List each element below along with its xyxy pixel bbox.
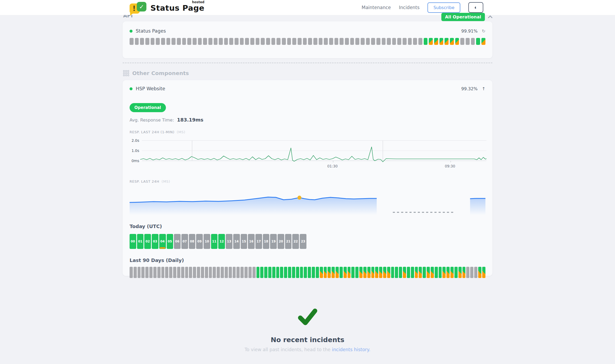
uptime-tick	[245, 38, 249, 45]
uptime-tick	[252, 267, 256, 278]
uptime-tick	[240, 267, 244, 278]
uptime-tick	[288, 267, 291, 278]
chart1-unit: (MS)	[177, 130, 185, 134]
uptime-tick	[319, 38, 323, 45]
uptime-tick	[435, 267, 438, 278]
uptime-tick	[316, 267, 319, 278]
degraded-marker	[160, 247, 165, 249]
uptime-tick	[205, 267, 208, 278]
uptime-tick	[351, 267, 355, 278]
uptime-tick	[221, 267, 224, 278]
uptime-tick	[348, 267, 351, 278]
uptime-tick	[375, 267, 378, 278]
uptime-tick	[224, 38, 228, 45]
uptime-tick	[424, 38, 428, 45]
uptime-tick	[462, 267, 466, 278]
uptime-tick	[460, 38, 464, 45]
subscribe-button[interactable]: Subscribe	[427, 2, 460, 13]
avg-response-value: 183.19ms	[177, 117, 203, 123]
operational-badge: Operational	[130, 103, 166, 112]
uptime-tick	[355, 267, 359, 278]
uptime-percent: 99.91%	[461, 29, 478, 34]
hour-cell-18: 18	[263, 234, 270, 249]
uptime-tick	[442, 267, 446, 278]
uptime-tick	[446, 267, 450, 278]
uptime-tick	[264, 267, 267, 278]
uptime-tick	[256, 267, 260, 278]
hour-cell-20: 20	[278, 234, 284, 249]
uptime-tick	[193, 38, 197, 45]
nav-maintenance[interactable]: Maintenance	[362, 5, 391, 10]
uptime-tick	[225, 267, 228, 278]
refresh-icon[interactable]: ↻	[482, 29, 485, 34]
hour-cell-16: 16	[248, 234, 255, 249]
uptime-tick	[367, 267, 371, 278]
hour-cell-03: 03	[152, 234, 158, 249]
uptime-tick	[287, 38, 291, 45]
incidents-subtitle: To view all past incidents, head to the …	[123, 347, 492, 352]
uptime-tick	[345, 38, 349, 45]
uptime-tick	[355, 38, 359, 45]
hour-cell-15: 15	[241, 234, 247, 249]
uptime-tick	[161, 38, 165, 45]
uptime-tick	[423, 267, 426, 278]
uptime-tick	[329, 38, 333, 45]
big-check-icon	[296, 307, 319, 327]
hour-cell-05: 05	[167, 234, 173, 249]
api-component-card: Status Pages 99.91% ↻	[123, 21, 492, 58]
uptime-tick	[334, 38, 338, 45]
logo-icon: ! ✓	[130, 1, 147, 15]
header-nav: Maintenance Incidents Subscribe ◐	[362, 2, 484, 13]
uptime-tick	[482, 267, 485, 278]
uptime-tick	[280, 267, 283, 278]
all-operational-badge[interactable]: All Operational	[441, 13, 485, 21]
uptime-tick	[209, 267, 212, 278]
uptime-tick	[217, 267, 220, 278]
uptime-tick	[466, 38, 470, 45]
uptime-tick	[151, 38, 155, 45]
uptime-tick	[366, 38, 370, 45]
uptime-tick	[173, 267, 176, 278]
uptime-tick	[304, 267, 307, 278]
uptime-tick	[213, 267, 216, 278]
theme-toggle-button[interactable]: ◐	[468, 2, 483, 13]
uptime-tick	[419, 267, 422, 278]
uptime-tick	[256, 38, 260, 45]
uptime-tick	[392, 38, 396, 45]
uptime-tick	[481, 38, 485, 45]
uptime-tick	[313, 38, 317, 45]
no-incidents-title: No recent incidents	[123, 336, 492, 344]
incidents-history-link[interactable]: incidents history.	[332, 347, 370, 352]
hour-cell-13: 13	[226, 234, 232, 249]
uptime-tick	[300, 267, 303, 278]
uptime-tick	[411, 267, 414, 278]
uptime-tick	[340, 38, 344, 45]
chevron-up-icon[interactable]	[488, 15, 492, 20]
component-name: HSP Website	[136, 86, 165, 91]
hour-cell-04: 04	[159, 234, 166, 249]
uptime-percent: 99.32%	[461, 86, 478, 91]
uptime-tick	[350, 38, 354, 45]
area-chart-svg	[130, 188, 485, 216]
last-90-days-title: Last 90 Days (Daily)	[130, 257, 485, 263]
uptime-tick	[177, 38, 181, 45]
uptime-tick	[172, 38, 176, 45]
chart1-label: RESP. LAST 24H (1-MIN)	[130, 130, 174, 134]
uptime-tick	[244, 267, 248, 278]
uptime-tick	[395, 267, 398, 278]
area-fill-right	[470, 198, 485, 215]
uptime-tick	[324, 38, 328, 45]
component-row-hsp-website[interactable]: HSP Website	[130, 86, 165, 91]
uptime-tick	[340, 267, 343, 278]
uptime-tick	[233, 267, 236, 278]
x-tick-0930: 09:30	[445, 164, 455, 168]
uptime-tick	[324, 267, 327, 278]
uptime-tick	[187, 38, 191, 45]
uptime-tick	[248, 267, 252, 278]
uptime-tick	[413, 38, 417, 45]
uptime-tick	[371, 267, 375, 278]
nav-incidents[interactable]: Incidents	[399, 5, 419, 10]
status-dot-green	[130, 30, 133, 33]
component-row-status-pages[interactable]: Status Pages	[130, 28, 166, 34]
uptime-tick	[418, 38, 422, 45]
